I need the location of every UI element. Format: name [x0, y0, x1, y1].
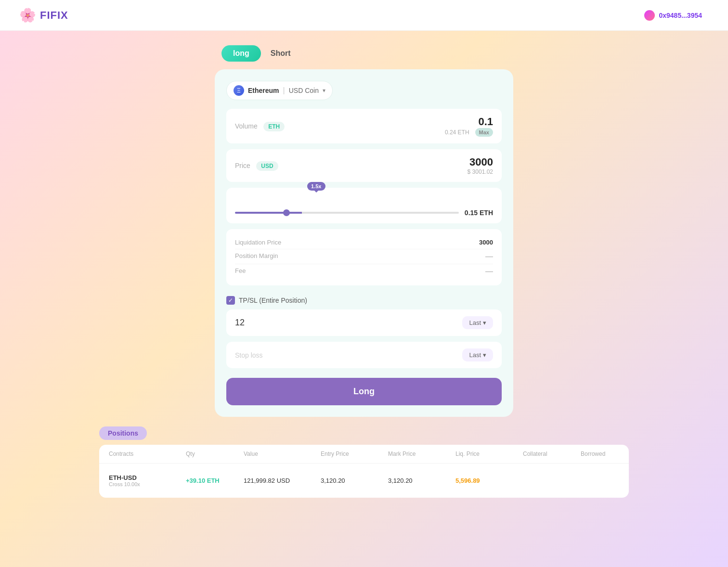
qty-value: +39.10 ETH: [186, 477, 244, 484]
volume-badge: ETH: [263, 122, 285, 131]
tab-short[interactable]: Short: [271, 49, 291, 58]
sl-chevron-icon: ▾: [483, 351, 486, 359]
tab-long[interactable]: long: [221, 45, 261, 62]
volume-value: 0.1: [478, 116, 493, 128]
volume-left: Volume ETH: [235, 122, 285, 130]
info-card: Liquidation Price 3000 Position Margin —…: [226, 229, 502, 285]
contract-type: Cross 10.00x: [109, 481, 186, 487]
coin-selector[interactable]: Ξ Ethereum | USD Coin ▾: [226, 81, 333, 100]
logo-icon: 🌸: [19, 7, 36, 23]
table-header: Contracts Qty Value Entry Price Mark Pri…: [99, 445, 629, 464]
coin-currency: USD Coin: [289, 87, 319, 94]
sl-input-row: Stop loss Last ▾: [226, 342, 502, 368]
value-cell: 121,999.82 USD: [244, 477, 321, 484]
th-mark-price: Mark Price: [388, 451, 455, 457]
mark-price-cell: 3,120.20: [388, 477, 455, 484]
liq-price-cell: 5,596.89: [455, 477, 523, 484]
volume-row: Volume ETH 0.1 0.24 ETH Max: [226, 109, 502, 143]
contract-name: ETH-USD: [109, 474, 186, 481]
trade-card: Ξ Ethereum | USD Coin ▾ Volume ETH 0.1 0…: [215, 69, 513, 417]
volume-label: Volume: [235, 122, 258, 130]
sl-dropdown-label: Last: [469, 351, 481, 359]
fee-value: —: [485, 267, 493, 276]
trade-tabs: long Short: [221, 45, 291, 62]
positions-header: Positions: [99, 426, 629, 440]
leverage-slider[interactable]: [235, 212, 459, 214]
price-row: Price USD 3000 $ 3001.02: [226, 149, 502, 182]
max-button[interactable]: Max: [475, 128, 493, 137]
table-row: ETH-USD Cross 10.00x +39.10 ETH 121,999.…: [99, 464, 629, 498]
tp-dropdown[interactable]: Last ▾: [462, 316, 493, 329]
position-margin-label: Position Margin: [235, 252, 278, 261]
th-qty: Qty: [186, 451, 244, 457]
tp-input-row: Last ▾: [226, 309, 502, 336]
logo: 🌸 FIFIX: [19, 7, 68, 23]
slider-row: 1.5x 0.15 ETH: [226, 188, 502, 223]
chevron-down-icon: ▾: [323, 87, 325, 94]
wallet-dot-icon: [644, 10, 655, 21]
liquidation-label: Liquidation Price: [235, 239, 281, 246]
tpsl-checkbox[interactable]: ✓: [226, 296, 235, 305]
th-value: Value: [244, 451, 321, 457]
entry-price-cell: 3,120.20: [321, 477, 388, 484]
position-margin-value: —: [485, 252, 493, 261]
th-collateral: Collateral: [523, 451, 581, 457]
th-entry-price: Entry Price: [321, 451, 388, 457]
th-liq-price: Liq. Price: [455, 451, 523, 457]
tp-dropdown-label: Last: [469, 319, 481, 326]
logo-text: FIFIX: [40, 9, 68, 22]
slider-right-value: 0.15 ETH: [465, 209, 493, 217]
price-right: 3000 $ 3001.02: [468, 156, 493, 175]
wallet-badge[interactable]: 0x9485...3954: [637, 7, 709, 24]
tpsl-row: ✓ TP/SL (Entire Position): [226, 291, 502, 309]
price-left: Price USD: [235, 161, 278, 170]
positions-section: Positions Contracts Qty Value Entry Pric…: [99, 426, 629, 498]
positions-table: Contracts Qty Value Entry Price Mark Pri…: [99, 445, 629, 498]
th-contracts: Contracts: [109, 451, 186, 457]
contract-cell: ETH-USD Cross 10.00x: [109, 474, 186, 487]
wallet-address: 0x9485...3954: [659, 12, 702, 19]
long-button[interactable]: Long: [226, 378, 502, 405]
header: 🌸 FIFIX 0x9485...3954: [0, 0, 728, 31]
separator: |: [283, 86, 285, 95]
position-margin-row: Position Margin —: [235, 249, 493, 264]
price-sub: $ 3001.02: [468, 168, 493, 175]
liquidation-value: 3000: [479, 239, 493, 246]
volume-sub: 0.24 ETH: [445, 129, 469, 136]
coin-name: Ethereum: [248, 87, 279, 94]
liquidation-row: Liquidation Price 3000: [235, 236, 493, 249]
slider-container: 1.5x 0.15 ETH: [235, 194, 493, 217]
price-value: 3000: [469, 156, 493, 168]
sl-placeholder: Stop loss: [235, 351, 263, 359]
fee-label: Fee: [235, 267, 246, 276]
ethereum-icon: Ξ: [234, 85, 244, 96]
slider-bubble: 1.5x: [307, 182, 325, 191]
volume-right: 0.1 0.24 ETH Max: [445, 116, 493, 137]
tpsl-label: TP/SL (Entire Position): [239, 296, 307, 304]
tp-chevron-icon: ▾: [483, 319, 486, 326]
fee-row: Fee —: [235, 264, 493, 279]
price-badge: USD: [256, 161, 278, 171]
main-content: long Short Ξ Ethereum | USD Coin ▾ Volum…: [0, 31, 728, 507]
tp-input[interactable]: [235, 318, 390, 328]
sl-dropdown[interactable]: Last ▾: [462, 348, 493, 361]
price-label: Price: [235, 162, 250, 169]
positions-label: Positions: [99, 426, 147, 440]
th-borrowed: Borrowed: [581, 451, 629, 457]
